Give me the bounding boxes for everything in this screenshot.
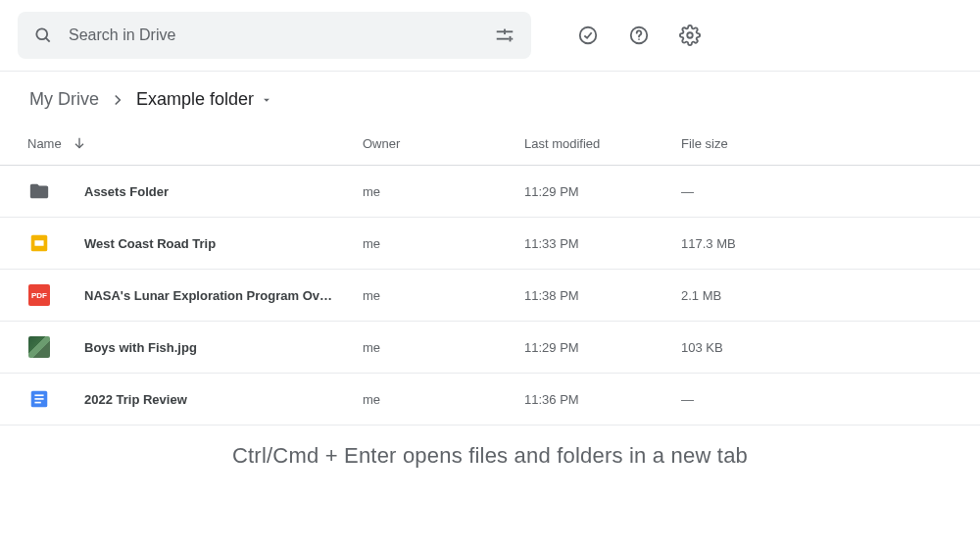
svg-rect-3 bbox=[506, 30, 513, 32]
offline-ready-icon[interactable] bbox=[568, 16, 608, 55]
file-list: Assets Folderme11:29 PM—West Coast Road … bbox=[0, 166, 980, 426]
file-size: 103 KB bbox=[681, 340, 962, 355]
breadcrumb-current-label: Example folder bbox=[136, 89, 254, 110]
dropdown-caret-icon bbox=[260, 93, 273, 107]
svg-rect-18 bbox=[34, 398, 43, 400]
chevron-right-icon bbox=[109, 91, 126, 109]
table-row[interactable]: 2022 Trip Reviewme11:36 PM— bbox=[0, 374, 980, 426]
folder-icon bbox=[27, 179, 51, 203]
table-row[interactable]: Boys with Fish.jpgme11:29 PM103 KB bbox=[0, 322, 980, 374]
svg-point-11 bbox=[638, 38, 640, 40]
svg-line-1 bbox=[46, 38, 50, 42]
search-input[interactable] bbox=[69, 26, 494, 44]
svg-rect-17 bbox=[34, 394, 43, 396]
svg-rect-4 bbox=[504, 29, 506, 34]
column-name-header[interactable]: Name bbox=[18, 135, 363, 151]
file-owner: me bbox=[363, 236, 524, 251]
file-size: 117.3 MB bbox=[681, 236, 962, 251]
table-row[interactable]: PDFNASA's Lunar Exploration Program Ov…m… bbox=[0, 270, 980, 322]
table-header: Name Owner Last modified File size bbox=[0, 122, 980, 166]
svg-point-9 bbox=[580, 27, 597, 44]
column-owner-header[interactable]: Owner bbox=[363, 136, 524, 151]
svg-rect-19 bbox=[34, 402, 40, 404]
file-name: NASA's Lunar Exploration Program Ov… bbox=[84, 288, 363, 303]
file-owner: me bbox=[363, 288, 524, 303]
file-name: Assets Folder bbox=[84, 184, 363, 199]
breadcrumb-current[interactable]: Example folder bbox=[136, 89, 273, 110]
svg-rect-5 bbox=[497, 38, 510, 40]
footer-hint: Ctrl/Cmd + Enter opens files and folders… bbox=[0, 426, 980, 486]
image-icon bbox=[27, 335, 51, 359]
search-bar[interactable] bbox=[18, 12, 531, 59]
file-modified: 11:33 PM bbox=[524, 236, 681, 251]
file-owner: me bbox=[363, 392, 524, 407]
file-modified: 11:36 PM bbox=[524, 392, 681, 407]
file-size: — bbox=[681, 184, 962, 199]
file-name: West Coast Road Trip bbox=[84, 236, 363, 251]
file-modified: 11:29 PM bbox=[524, 340, 681, 355]
header bbox=[0, 0, 980, 72]
file-name: 2022 Trip Review bbox=[84, 392, 363, 407]
file-owner: me bbox=[363, 340, 524, 355]
column-name-label: Name bbox=[27, 136, 62, 151]
file-size: 2.1 MB bbox=[681, 288, 962, 303]
header-actions bbox=[568, 16, 710, 55]
column-modified-header[interactable]: Last modified bbox=[524, 136, 681, 151]
table-row[interactable]: West Coast Road Tripme11:33 PM117.3 MB bbox=[0, 218, 980, 270]
svg-rect-7 bbox=[510, 36, 512, 41]
svg-point-0 bbox=[36, 28, 47, 39]
svg-rect-15 bbox=[34, 240, 43, 246]
file-modified: 11:38 PM bbox=[524, 288, 681, 303]
file-size: — bbox=[681, 392, 962, 407]
slides-icon bbox=[27, 231, 51, 255]
pdf-icon: PDF bbox=[27, 283, 51, 307]
svg-rect-2 bbox=[497, 30, 504, 32]
search-icon bbox=[33, 25, 53, 45]
file-owner: me bbox=[363, 184, 524, 199]
help-icon[interactable] bbox=[619, 16, 659, 55]
settings-gear-icon[interactable] bbox=[670, 16, 710, 55]
docs-icon bbox=[27, 387, 51, 411]
svg-rect-8 bbox=[511, 38, 513, 40]
sort-arrow-down-icon bbox=[72, 135, 87, 151]
column-size-header[interactable]: File size bbox=[681, 136, 962, 151]
file-name: Boys with Fish.jpg bbox=[84, 340, 363, 355]
breadcrumb-root[interactable]: My Drive bbox=[29, 89, 99, 110]
tune-icon[interactable] bbox=[494, 25, 515, 46]
file-modified: 11:29 PM bbox=[524, 184, 681, 199]
svg-point-12 bbox=[687, 32, 693, 38]
table-row[interactable]: Assets Folderme11:29 PM— bbox=[0, 166, 980, 218]
breadcrumb: My Drive Example folder bbox=[0, 72, 980, 122]
